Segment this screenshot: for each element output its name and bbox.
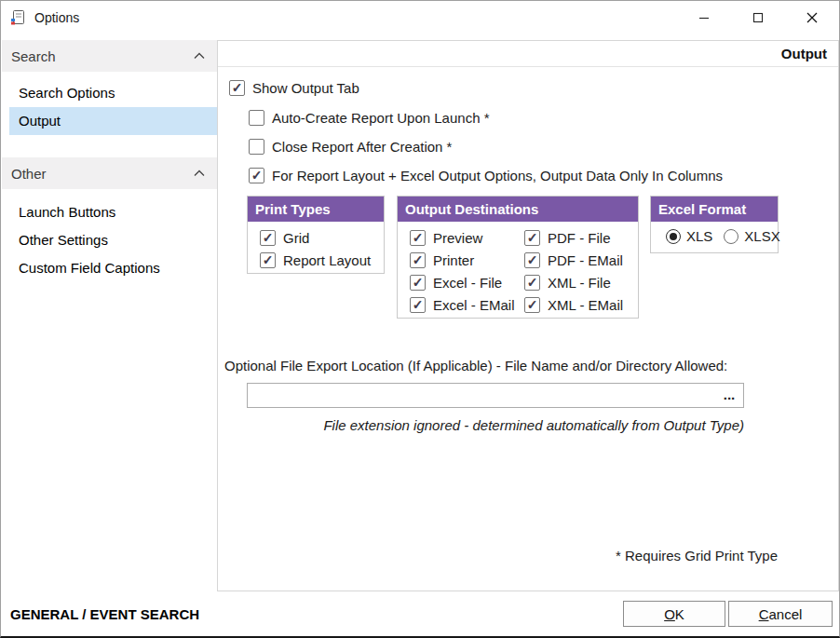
check-icon: ✓ (527, 253, 538, 266)
checkbox-box: ✓ (524, 252, 540, 268)
checkbox-pdf-email[interactable]: ✓ PDF - EMail (524, 249, 623, 271)
options-dialog: Options Search Search Options Output Oth… (0, 0, 840, 638)
radio-dot (670, 233, 677, 240)
radio-circle (666, 229, 681, 244)
sidebar-item-search-options[interactable]: Search Options (9, 79, 218, 107)
checkbox-label: PDF - File (548, 230, 611, 246)
checkbox-auto-create-report[interactable]: ✓ Auto-Create Report Upon Launch * (249, 109, 489, 126)
checkbox-excel-email[interactable]: ✓ Excel - EMail (410, 293, 524, 316)
checkbox-show-output-tab[interactable]: ✓ Show Output Tab (229, 79, 359, 96)
check-icon: ✓ (413, 231, 424, 244)
sidebar-item-custom-field-captions[interactable]: Custom Field Captions (9, 254, 218, 282)
app-icon (10, 9, 27, 26)
browse-button[interactable]: ... (718, 385, 740, 404)
checkbox-label: Excel - File (433, 275, 502, 291)
checkbox-grid[interactable]: ✓ Grid (260, 226, 384, 249)
chevron-up-icon (194, 52, 205, 60)
check-icon: ✓ (263, 253, 274, 266)
minimize-icon (698, 12, 710, 23)
check-icon: ✓ (527, 231, 538, 244)
export-location-input[interactable] (247, 383, 744, 408)
checkbox-label: Excel - EMail (433, 297, 515, 313)
check-icon: ✓ (527, 276, 538, 289)
ok-accel: O (664, 606, 675, 622)
export-location-note: File extension ignored - determined auto… (247, 417, 744, 433)
checkbox-label: Grid (283, 230, 309, 246)
checkbox-xml-email[interactable]: ✓ XML - EMail (524, 293, 623, 316)
checkbox-box: ✓ (410, 252, 426, 268)
checkbox-box: ✓ (524, 275, 540, 291)
page-title: Output (781, 46, 838, 61)
checkbox-label: Close Report After Creation * (272, 139, 452, 155)
checkbox-xml-file[interactable]: ✓ XML - File (524, 271, 623, 293)
export-location-field-wrap: ... (247, 383, 744, 408)
print-types-header: Print Types (248, 197, 384, 222)
radio-xlsx[interactable]: XLSX (724, 228, 779, 244)
checkbox-box: ✓ (410, 275, 426, 291)
checkbox-label: Report Layout (283, 252, 371, 268)
maximize-button[interactable] (731, 1, 785, 34)
checkbox-label: Printer (433, 252, 474, 268)
checkbox-label: Auto-Create Report Upon Launch * (272, 110, 489, 126)
check-icon: ✓ (527, 298, 538, 311)
checkbox-label: XML - EMail (548, 297, 623, 313)
output-destinations-col1: ✓ Preview ✓ Printer ✓ Excel - File ✓ Exc… (410, 226, 524, 316)
sidebar: Search Search Options Output Other Launc… (2, 34, 218, 590)
check-icon: ✓ (263, 231, 274, 244)
checkbox-box: ✓ (249, 110, 264, 126)
titlebar[interactable]: Options (1, 1, 839, 34)
checkbox-printer[interactable]: ✓ Printer (410, 249, 524, 271)
checkbox-box: ✓ (249, 168, 264, 183)
checkbox-excel-file[interactable]: ✓ Excel - File (410, 271, 524, 293)
window-controls (677, 1, 839, 34)
requires-grid-footnote: * Requires Grid Print Type (616, 548, 778, 563)
checkbox-box: ✓ (410, 297, 426, 313)
chevron-up-icon (194, 170, 205, 177)
panel-header: Output (218, 41, 838, 67)
minimize-button[interactable] (677, 1, 731, 34)
ok-rest: K (675, 606, 684, 622)
checkbox-box: ✓ (524, 297, 540, 313)
checkbox-box: ✓ (410, 230, 426, 246)
cancel-button[interactable]: Cancel (728, 601, 833, 627)
excel-format-header: Excel Format (651, 197, 778, 222)
checkbox-label: Preview (433, 230, 482, 246)
checkbox-pdf-file[interactable]: ✓ PDF - File (524, 226, 623, 249)
print-types-group: Print Types ✓ Grid ✓ Report Layout (247, 196, 385, 274)
sidebar-section-search[interactable]: Search (2, 40, 218, 72)
sidebar-item-other-settings[interactable]: Other Settings (9, 226, 218, 254)
output-destinations-header: Output Destinations (398, 197, 638, 222)
sidebar-item-launch-buttons[interactable]: Launch Buttons (9, 198, 218, 226)
sidebar-section-other[interactable]: Other (2, 157, 218, 189)
section-label: Other (11, 166, 47, 182)
radio-label: XLS (686, 228, 712, 244)
cancel-rest: ancel (768, 606, 802, 622)
checkbox-label: For Report Layout + Excel Output Options… (272, 168, 723, 183)
close-icon (806, 12, 818, 23)
output-destinations-col2: ✓ PDF - File ✓ PDF - EMail ✓ XML - File … (524, 226, 623, 316)
radio-label: XLSX (744, 228, 779, 244)
output-panel: Output ✓ Show Output Tab ✓ Auto-Create R… (217, 40, 839, 591)
radio-circle (724, 229, 738, 244)
radio-xls[interactable]: XLS (666, 228, 712, 244)
sidebar-item-output[interactable]: Output (9, 107, 218, 135)
checkbox-box: ✓ (249, 139, 264, 155)
check-icon: ✓ (413, 298, 424, 311)
section-label: Search (11, 48, 56, 64)
excel-format-group: Excel Format XLS XLSX (650, 196, 779, 253)
check-icon: ✓ (232, 81, 243, 94)
export-location-label: Optional File Export Location (If Applic… (224, 358, 727, 373)
checkbox-preview[interactable]: ✓ Preview (410, 226, 524, 249)
checkbox-close-report-after-creation[interactable]: ✓ Close Report After Creation * (249, 138, 452, 155)
checkbox-label: XML - File (548, 275, 611, 291)
checkbox-report-layout[interactable]: ✓ Report Layout (260, 249, 384, 271)
checkbox-label: PDF - EMail (548, 252, 623, 268)
checkbox-box: ✓ (260, 230, 276, 246)
checkbox-box: ✓ (260, 252, 276, 268)
close-button[interactable] (785, 1, 839, 34)
cancel-accel: C (759, 606, 769, 622)
checkbox-box: ✓ (229, 80, 245, 96)
ok-button[interactable]: OK (623, 601, 725, 627)
checkbox-output-data-only-in-columns[interactable]: ✓ For Report Layout + Excel Output Optio… (249, 167, 723, 183)
checkbox-box: ✓ (524, 230, 540, 246)
